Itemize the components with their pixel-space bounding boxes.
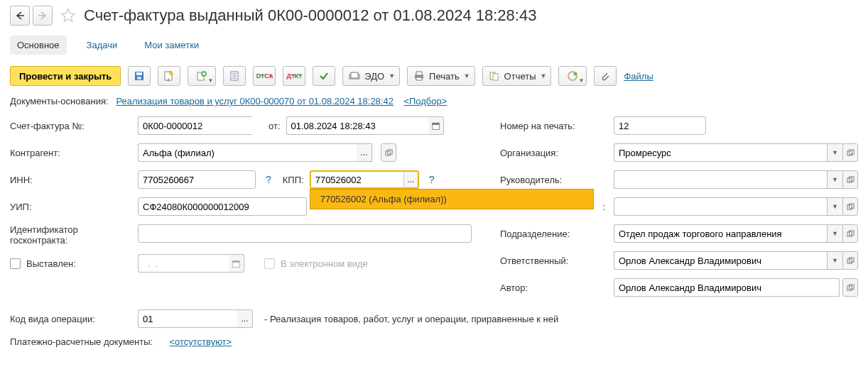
issued-label: Выставлен:: [26, 258, 76, 269]
svg-rect-14: [416, 77, 422, 80]
org-label: Организация:: [500, 148, 608, 158]
open-icon[interactable]: [842, 170, 858, 189]
dtkt-button[interactable]: ДᴛКᴛ: [283, 66, 305, 86]
dept-label: Подразделение:: [500, 229, 608, 239]
open-icon[interactable]: [842, 143, 858, 162]
uip-input[interactable]: [138, 197, 307, 216]
chevron-down-icon[interactable]: ▼: [827, 197, 842, 216]
electronic-checkbox: [264, 258, 275, 269]
kpp-label: КПП:: [283, 175, 304, 185]
org-input[interactable]: [614, 143, 827, 162]
svg-rect-20: [432, 123, 439, 124]
inn-label: ИНН:: [10, 175, 132, 185]
calendar-icon[interactable]: [229, 254, 244, 273]
svg-rect-26: [233, 260, 240, 262]
svg-point-18: [574, 72, 577, 76]
basis-doc-link[interactable]: Реализация товаров и услуг 0К00-000070 о…: [116, 96, 394, 106]
hidden-field-input[interactable]: [614, 197, 827, 216]
pay-docs-label: Платежно-расчетные документы:: [10, 336, 153, 347]
dept-input[interactable]: [614, 224, 827, 243]
open-icon[interactable]: [381, 143, 396, 162]
chevron-down-icon[interactable]: ▼: [827, 224, 842, 243]
inn-input[interactable]: [138, 170, 256, 189]
chevron-down-icon: ▼: [389, 72, 395, 79]
resp-input[interactable]: [614, 251, 827, 270]
contragent-label: Контрагент:: [10, 148, 132, 158]
date-input[interactable]: [286, 116, 428, 135]
invoice-no-input[interactable]: [138, 116, 251, 135]
gov-contract-label: Идентификатор госконтракта:: [10, 224, 132, 246]
back-button[interactable]: [10, 6, 30, 26]
kpp-select-button[interactable]: ...: [403, 170, 419, 189]
kpp-help-icon[interactable]: ?: [429, 174, 435, 185]
page-title: Счет-фактура выданный 0К00-0000012 от 01…: [84, 6, 536, 25]
chevron-down-icon[interactable]: ▼: [827, 170, 842, 189]
open-icon[interactable]: [842, 251, 858, 270]
op-desc: - Реализация товаров, работ, услуг и опе…: [264, 314, 558, 324]
tab-tasks[interactable]: Задачи: [80, 35, 125, 55]
svg-rect-2: [137, 77, 141, 79]
svg-rect-16: [493, 74, 498, 80]
uip-label: УИП:: [10, 202, 132, 212]
head-input[interactable]: [614, 170, 827, 189]
chevron-down-icon: ▼: [541, 72, 547, 79]
head-label: Руководитель:: [500, 175, 608, 185]
forward-button[interactable]: [33, 6, 53, 26]
kpp-input[interactable]: [310, 170, 403, 189]
author-input[interactable]: [614, 278, 840, 297]
files-link[interactable]: Файлы: [624, 71, 653, 82]
print-no-input[interactable]: [614, 116, 706, 135]
tabs-row: Основное Задачи Мои заметки: [10, 35, 858, 55]
open-icon[interactable]: [842, 278, 858, 297]
check-button[interactable]: [313, 66, 335, 86]
invoice-no-label: Счет-фактура №:: [10, 121, 132, 131]
kpp-suggestion-item[interactable]: 770526002 (Альфа (филиал)): [310, 189, 594, 209]
basis-select-link[interactable]: <Подбор>: [403, 96, 447, 106]
contragent-input[interactable]: [138, 143, 357, 162]
op-code-input[interactable]: [138, 309, 237, 328]
create-based-button[interactable]: ▼: [188, 66, 216, 86]
chevron-down-icon[interactable]: ▼: [827, 251, 842, 270]
save-button[interactable]: [128, 66, 151, 86]
select-button[interactable]: ...: [357, 143, 372, 162]
issued-checkbox[interactable]: [10, 258, 21, 269]
chevron-down-icon: ▼: [464, 72, 470, 79]
svg-rect-1: [136, 72, 142, 75]
open-icon[interactable]: [842, 224, 858, 243]
print-dropdown[interactable]: Печать ▼: [407, 66, 475, 86]
electronic-label: В электронном виде: [281, 258, 368, 269]
chevron-down-icon: ▼: [579, 77, 585, 84]
from-label: от:: [268, 121, 281, 131]
refresh-button[interactable]: ▼: [558, 66, 587, 86]
tab-notes[interactable]: Мои заметки: [137, 35, 206, 55]
reports-dropdown[interactable]: Отчеты ▼: [482, 66, 552, 86]
edo-label: ЭДО: [364, 71, 384, 82]
attach-button[interactable]: [594, 66, 617, 86]
basis-label: Документы-основания:: [10, 96, 109, 106]
svg-rect-13: [416, 72, 422, 75]
reports-label: Отчеты: [504, 71, 536, 82]
pay-docs-link[interactable]: <отсутствуют>: [169, 336, 232, 347]
chevron-down-icon[interactable]: ▼: [827, 143, 842, 162]
list-button[interactable]: [223, 66, 246, 86]
post-and-close-button[interactable]: Провести и закрыть: [10, 66, 121, 86]
chevron-down-icon: ▼: [207, 77, 213, 84]
svg-rect-11: [351, 72, 358, 78]
toolbar: Провести и закрыть ▼ DᴛCʀ ДᴛКᴛ ЭДО ▼ Печ…: [10, 66, 858, 86]
tab-main[interactable]: Основное: [10, 35, 67, 55]
inn-help-icon[interactable]: ?: [266, 174, 271, 185]
post-button[interactable]: [158, 66, 180, 86]
resp-label: Ответственный:: [500, 256, 608, 266]
favorite-star-icon[interactable]: [58, 6, 78, 26]
print-no-label: Номер на печать:: [500, 121, 608, 131]
op-code-label: Код вида операции:: [10, 314, 132, 324]
basis-row: Документы-основания: Реализация товаров …: [10, 96, 858, 106]
author-label: Автор:: [500, 282, 608, 293]
issued-date-input[interactable]: [138, 254, 229, 273]
op-code-select-button[interactable]: ...: [237, 309, 253, 328]
edo-dropdown[interactable]: ЭДО ▼: [342, 66, 400, 86]
calendar-icon[interactable]: [428, 116, 444, 135]
gov-contract-input[interactable]: [138, 224, 472, 243]
dtcr-button[interactable]: DᴛCʀ: [253, 66, 276, 86]
open-icon[interactable]: [842, 197, 858, 216]
